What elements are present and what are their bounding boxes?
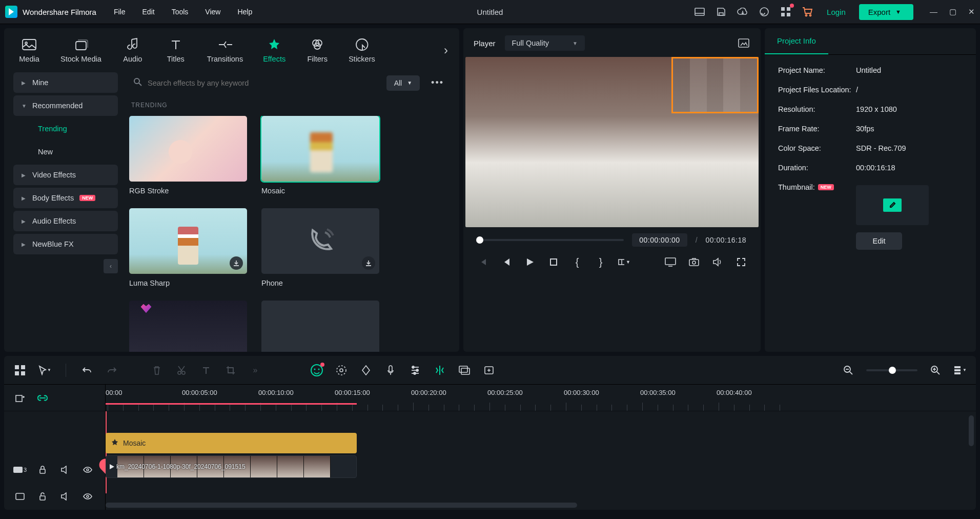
fullscreen-button[interactable]	[735, 256, 747, 268]
track-mute-icon[interactable]	[58, 490, 72, 503]
track-lock-icon[interactable]	[36, 463, 49, 476]
effect-card-phone[interactable]: Phone	[261, 208, 379, 287]
track-visibility-icon[interactable]	[81, 490, 94, 503]
more-options-icon[interactable]: •••	[426, 77, 449, 88]
tab-transitions[interactable]: Transitions	[201, 32, 249, 68]
marker-icon[interactable]	[482, 364, 496, 377]
delete-button[interactable]	[150, 364, 164, 377]
track-lock-icon[interactable]	[36, 490, 49, 503]
timeline-ruler[interactable]: 00:0000:00:05:0000:00:10:0000:00:15:0000…	[106, 385, 976, 411]
mark-in-button[interactable]: {	[571, 256, 583, 268]
sidebar-item-video-effects[interactable]: ▶Video Effects	[13, 165, 118, 185]
scrub-slider[interactable]	[478, 239, 624, 241]
tab-media[interactable]: Media	[11, 32, 47, 68]
mosaic-effect-overlay[interactable]	[671, 57, 759, 113]
sidebar-item-new[interactable]: New	[13, 142, 118, 162]
export-button[interactable]: Export▼	[859, 4, 913, 20]
timeline-view-icon[interactable]: ▼	[953, 364, 967, 377]
timeline-video-clip[interactable]: km_20240706-1-1080p-30f_20240706_091515	[106, 455, 357, 478]
crop-button[interactable]	[224, 364, 237, 377]
track-visibility-icon[interactable]	[81, 463, 94, 476]
zoom-out-button[interactable]	[842, 364, 855, 377]
play-button[interactable]	[524, 256, 536, 268]
project-info-tab[interactable]: Project Info	[765, 28, 828, 54]
quality-dropdown[interactable]: Full Quality▼	[505, 35, 585, 51]
menu-view[interactable]: View	[205, 8, 220, 16]
cart-icon[interactable]	[801, 6, 813, 18]
render-icon[interactable]	[458, 364, 471, 377]
menu-help[interactable]: Help	[237, 8, 252, 16]
timeline-tracks-area[interactable]: 00:0000:00:05:0000:00:10:0000:00:15:0000…	[106, 385, 976, 510]
ai-tool-icon[interactable]	[310, 364, 323, 377]
effect-card-extra-1[interactable]	[129, 301, 247, 352]
tool-grid-icon[interactable]	[13, 364, 27, 377]
redo-button[interactable]	[105, 364, 118, 377]
step-back-button[interactable]	[500, 256, 513, 268]
effect-card-mosaic[interactable]: Mosaic	[261, 116, 379, 195]
menu-tools[interactable]: Tools	[172, 8, 189, 16]
volume-button[interactable]	[711, 256, 724, 268]
sidebar-item-newblue-fx[interactable]: ▶NewBlue FX	[13, 234, 118, 254]
timeline-effect-clip[interactable]: Mosaic	[106, 433, 357, 453]
voiceover-icon[interactable]	[384, 364, 397, 377]
download-icon[interactable]	[362, 256, 375, 270]
sidebar-collapse-button[interactable]: ‹	[104, 259, 118, 273]
apps-icon[interactable]	[780, 6, 792, 18]
cut-button[interactable]	[175, 364, 188, 377]
download-icon[interactable]	[230, 256, 243, 270]
timeline-work-area[interactable]	[106, 403, 357, 405]
sidebar-item-body-effects[interactable]: ▶Body EffectsNEW	[13, 188, 118, 208]
effect-card-luma-sharp[interactable]: Luma Sharp	[129, 208, 247, 287]
menu-edit[interactable]: Edit	[142, 8, 155, 16]
prev-frame-button[interactable]	[477, 256, 489, 268]
window-minimize-icon[interactable]: —	[930, 7, 937, 16]
menu-file[interactable]: File	[114, 8, 126, 16]
edit-thumbnail-button[interactable]: Edit	[856, 232, 902, 250]
keyframe-tool-icon[interactable]	[359, 364, 373, 377]
scrub-thumb[interactable]	[476, 236, 483, 244]
window-maximize-icon[interactable]: ▢	[949, 7, 956, 16]
tool-cursor-icon[interactable]: ▼	[38, 364, 51, 377]
tab-audio[interactable]: Audio	[115, 32, 151, 68]
tab-effects[interactable]: Effects	[256, 32, 292, 68]
timeline-scrollbar-vertical[interactable]	[969, 415, 974, 446]
search-input[interactable]	[148, 79, 376, 87]
effect-card-rgb-stroke[interactable]: RGB Stroke	[129, 116, 247, 195]
timeline-scrollbar-horizontal[interactable]	[106, 503, 976, 508]
link-tracks-icon[interactable]	[36, 391, 49, 405]
zoom-slider[interactable]	[866, 369, 917, 371]
display-settings-button[interactable]	[664, 256, 677, 268]
save-icon[interactable]	[715, 6, 727, 18]
undo-button[interactable]	[80, 364, 94, 377]
layout-icon[interactable]	[693, 6, 706, 18]
tab-titles[interactable]: Titles	[158, 32, 194, 68]
add-track-icon[interactable]	[13, 391, 27, 405]
tab-stickers[interactable]: Stickers	[342, 32, 381, 68]
clip-options-button[interactable]: ▼	[618, 256, 630, 268]
effect-card-extra-2[interactable]	[261, 301, 379, 352]
cloud-icon[interactable]	[737, 6, 749, 18]
sidebar-item-audio-effects[interactable]: ▶Audio Effects	[13, 211, 118, 231]
sidebar-item-mine[interactable]: ▶Mine	[13, 72, 118, 93]
split-tool-icon[interactable]	[433, 364, 446, 377]
track-mute-icon[interactable]	[58, 463, 72, 476]
login-button[interactable]: Login	[823, 6, 850, 18]
thumbnail-preview[interactable]	[856, 185, 929, 225]
mark-out-button[interactable]: }	[595, 256, 607, 268]
snapshot-compare-icon[interactable]	[737, 36, 750, 50]
sidebar-item-trending[interactable]: Trending	[13, 118, 118, 139]
window-close-icon[interactable]: ✕	[968, 7, 975, 16]
tab-stock-media[interactable]: Stock Media	[54, 32, 108, 68]
timecode-current[interactable]: 00:00:00:00	[632, 233, 687, 247]
zoom-slider-thumb[interactable]	[889, 367, 896, 374]
filter-dropdown[interactable]: All▼	[386, 75, 420, 91]
color-tool-icon[interactable]	[335, 364, 348, 377]
more-tools-icon[interactable]: »	[249, 364, 262, 377]
support-icon[interactable]	[758, 6, 770, 18]
scrollbar-thumb[interactable]	[106, 503, 577, 508]
tab-filters[interactable]: Filters	[299, 32, 335, 68]
sidebar-item-recommended[interactable]: ▼Recommended	[13, 95, 118, 116]
video-preview[interactable]	[465, 57, 759, 227]
tabs-scroll-right-icon[interactable]: ›	[440, 43, 452, 57]
audio-mixer-icon[interactable]	[409, 364, 422, 377]
